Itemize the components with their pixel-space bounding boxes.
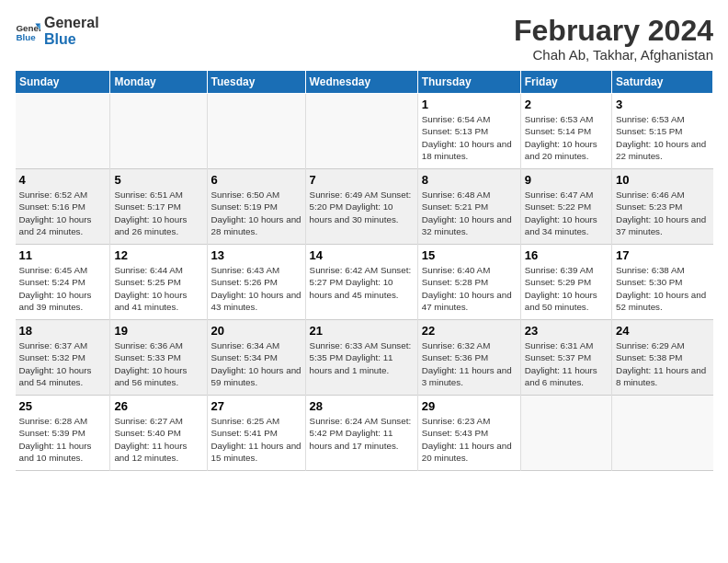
day-number: 22: [422, 324, 517, 338]
day-number: 29: [422, 399, 517, 413]
day-cell: 4Sunrise: 6:52 AM Sunset: 5:16 PM Daylig…: [16, 169, 110, 245]
day-info: Sunrise: 6:33 AM Sunset: 5:35 PM Dayligh…: [310, 339, 414, 376]
day-info: Sunrise: 6:23 AM Sunset: 5:43 PM Dayligh…: [422, 415, 517, 464]
day-info: Sunrise: 6:40 AM Sunset: 5:28 PM Dayligh…: [422, 264, 517, 313]
col-header-saturday: Saturday: [612, 71, 713, 94]
col-header-tuesday: Tuesday: [207, 71, 305, 94]
day-info: Sunrise: 6:38 AM Sunset: 5:30 PM Dayligh…: [616, 264, 709, 313]
day-info: Sunrise: 6:36 AM Sunset: 5:33 PM Dayligh…: [114, 339, 202, 388]
header: General Blue General Blue February 2024 …: [15, 15, 713, 63]
week-row-4: 18Sunrise: 6:37 AM Sunset: 5:32 PM Dayli…: [16, 320, 713, 396]
day-cell: 12Sunrise: 6:44 AM Sunset: 5:25 PM Dayli…: [110, 245, 207, 320]
week-row-5: 25Sunrise: 6:28 AM Sunset: 5:39 PM Dayli…: [16, 396, 713, 471]
day-info: Sunrise: 6:54 AM Sunset: 5:13 PM Dayligh…: [422, 113, 517, 162]
logo: General Blue General Blue: [15, 15, 99, 47]
day-number: 20: [211, 324, 301, 338]
col-header-thursday: Thursday: [417, 71, 520, 94]
col-header-monday: Monday: [110, 71, 207, 94]
day-cell: 24Sunrise: 6:29 AM Sunset: 5:38 PM Dayli…: [612, 320, 713, 396]
col-header-sunday: Sunday: [16, 71, 110, 94]
day-info: Sunrise: 6:51 AM Sunset: 5:17 PM Dayligh…: [114, 189, 202, 237]
day-number: 15: [422, 248, 517, 262]
day-cell: 6Sunrise: 6:50 AM Sunset: 5:19 PM Daylig…: [207, 169, 305, 245]
day-cell: 27Sunrise: 6:25 AM Sunset: 5:41 PM Dayli…: [207, 396, 305, 471]
day-cell: [110, 94, 207, 169]
day-info: Sunrise: 6:53 AM Sunset: 5:14 PM Dayligh…: [525, 113, 608, 162]
day-info: Sunrise: 6:42 AM Sunset: 5:27 PM Dayligh…: [310, 264, 414, 301]
day-cell: 8Sunrise: 6:48 AM Sunset: 5:21 PM Daylig…: [417, 169, 520, 245]
week-row-3: 11Sunrise: 6:45 AM Sunset: 5:24 PM Dayli…: [16, 245, 713, 320]
day-info: Sunrise: 6:24 AM Sunset: 5:42 PM Dayligh…: [310, 415, 414, 452]
page-title: February 2024: [514, 15, 713, 47]
col-header-wednesday: Wednesday: [305, 71, 417, 94]
day-number: 28: [310, 399, 414, 413]
day-cell: 23Sunrise: 6:31 AM Sunset: 5:37 PM Dayli…: [520, 320, 611, 396]
day-cell: [612, 396, 713, 471]
day-cell: 5Sunrise: 6:51 AM Sunset: 5:17 PM Daylig…: [110, 169, 207, 245]
day-number: 4: [19, 173, 107, 187]
day-number: 11: [19, 248, 107, 262]
day-number: 18: [19, 324, 107, 338]
day-info: Sunrise: 6:34 AM Sunset: 5:34 PM Dayligh…: [211, 339, 301, 388]
calendar-page: General Blue General Blue February 2024 …: [0, 0, 728, 563]
day-number: 27: [211, 399, 301, 413]
day-info: Sunrise: 6:43 AM Sunset: 5:26 PM Dayligh…: [211, 264, 301, 313]
day-cell: 21Sunrise: 6:33 AM Sunset: 5:35 PM Dayli…: [305, 320, 417, 396]
day-cell: 26Sunrise: 6:27 AM Sunset: 5:40 PM Dayli…: [110, 396, 207, 471]
day-cell: 16Sunrise: 6:39 AM Sunset: 5:29 PM Dayli…: [520, 245, 611, 320]
day-number: 14: [310, 248, 414, 262]
day-number: 12: [114, 248, 202, 262]
page-subtitle: Chah Ab, Takhar, Afghanistan: [514, 47, 713, 63]
calendar-table: SundayMondayTuesdayWednesdayThursdayFrid…: [15, 70, 713, 471]
day-info: Sunrise: 6:29 AM Sunset: 5:38 PM Dayligh…: [616, 339, 709, 388]
day-cell: 20Sunrise: 6:34 AM Sunset: 5:34 PM Dayli…: [207, 320, 305, 396]
day-number: 7: [310, 173, 414, 187]
day-number: 24: [616, 324, 709, 338]
day-cell: 3Sunrise: 6:53 AM Sunset: 5:15 PM Daylig…: [612, 94, 713, 169]
day-info: Sunrise: 6:39 AM Sunset: 5:29 PM Dayligh…: [525, 264, 608, 313]
day-cell: 17Sunrise: 6:38 AM Sunset: 5:30 PM Dayli…: [612, 245, 713, 320]
logo-line2: Blue: [44, 31, 99, 48]
day-number: 21: [310, 324, 414, 338]
day-info: Sunrise: 6:25 AM Sunset: 5:41 PM Dayligh…: [211, 415, 301, 464]
day-cell: [207, 94, 305, 169]
day-info: Sunrise: 6:53 AM Sunset: 5:15 PM Dayligh…: [616, 113, 709, 162]
week-row-1: 1Sunrise: 6:54 AM Sunset: 5:13 PM Daylig…: [16, 94, 713, 169]
svg-text:Blue: Blue: [16, 31, 36, 41]
day-number: 8: [422, 173, 517, 187]
day-number: 25: [19, 399, 107, 413]
day-info: Sunrise: 6:46 AM Sunset: 5:23 PM Dayligh…: [616, 189, 709, 237]
day-cell: 25Sunrise: 6:28 AM Sunset: 5:39 PM Dayli…: [16, 396, 110, 471]
day-number: 17: [616, 248, 709, 262]
day-number: 2: [525, 98, 608, 111]
day-cell: 9Sunrise: 6:47 AM Sunset: 5:22 PM Daylig…: [520, 169, 611, 245]
day-cell: 18Sunrise: 6:37 AM Sunset: 5:32 PM Dayli…: [16, 320, 110, 396]
day-cell: 15Sunrise: 6:40 AM Sunset: 5:28 PM Dayli…: [417, 245, 520, 320]
day-info: Sunrise: 6:31 AM Sunset: 5:37 PM Dayligh…: [525, 339, 608, 388]
day-info: Sunrise: 6:52 AM Sunset: 5:16 PM Dayligh…: [19, 189, 107, 237]
day-cell: 29Sunrise: 6:23 AM Sunset: 5:43 PM Dayli…: [417, 396, 520, 471]
day-info: Sunrise: 6:37 AM Sunset: 5:32 PM Dayligh…: [19, 339, 107, 388]
day-cell: 10Sunrise: 6:46 AM Sunset: 5:23 PM Dayli…: [612, 169, 713, 245]
day-number: 23: [525, 324, 608, 338]
header-row: SundayMondayTuesdayWednesdayThursdayFrid…: [16, 71, 713, 94]
day-number: 1: [422, 98, 517, 111]
day-number: 3: [616, 98, 709, 111]
day-cell: 19Sunrise: 6:36 AM Sunset: 5:33 PM Dayli…: [110, 320, 207, 396]
day-info: Sunrise: 6:45 AM Sunset: 5:24 PM Dayligh…: [19, 264, 107, 313]
title-block: February 2024 Chah Ab, Takhar, Afghanist…: [514, 15, 713, 63]
day-number: 9: [525, 173, 608, 187]
col-header-friday: Friday: [520, 71, 611, 94]
day-info: Sunrise: 6:47 AM Sunset: 5:22 PM Dayligh…: [525, 189, 608, 237]
day-cell: 28Sunrise: 6:24 AM Sunset: 5:42 PM Dayli…: [305, 396, 417, 471]
day-number: 13: [211, 248, 301, 262]
day-info: Sunrise: 6:28 AM Sunset: 5:39 PM Dayligh…: [19, 415, 107, 464]
day-info: Sunrise: 6:49 AM Sunset: 5:20 PM Dayligh…: [310, 189, 414, 225]
day-number: 10: [616, 173, 709, 187]
day-number: 6: [211, 173, 301, 187]
day-number: 26: [114, 399, 202, 413]
day-info: Sunrise: 6:27 AM Sunset: 5:40 PM Dayligh…: [114, 415, 202, 464]
day-cell: 13Sunrise: 6:43 AM Sunset: 5:26 PM Dayli…: [207, 245, 305, 320]
day-cell: 1Sunrise: 6:54 AM Sunset: 5:13 PM Daylig…: [417, 94, 520, 169]
day-cell: 7Sunrise: 6:49 AM Sunset: 5:20 PM Daylig…: [305, 169, 417, 245]
